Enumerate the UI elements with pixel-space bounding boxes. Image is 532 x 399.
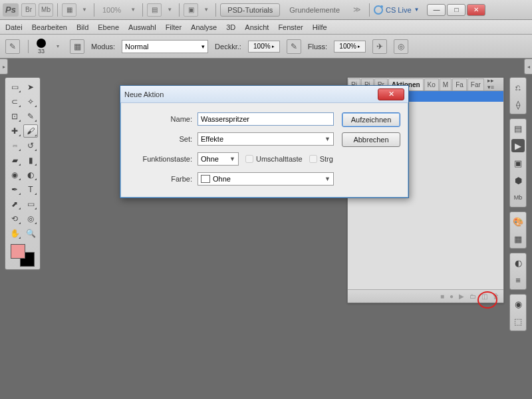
menu-datei[interactable]: Datei	[5, 23, 23, 31]
app-logo: Ps	[3, 3, 19, 17]
layers-icon[interactable]: ◐	[511, 256, 525, 269]
fnkey-select[interactable]: Ohne▼	[198, 152, 239, 166]
stamp-tool[interactable]: ⎓	[7, 139, 22, 152]
menu-ebene[interactable]: Ebene	[98, 23, 119, 31]
new-set-icon[interactable]: 🗀	[469, 293, 476, 300]
record-icon[interactable]: ●	[450, 293, 454, 300]
dropdown-icon[interactable]: ▼	[164, 4, 175, 16]
menu-3d[interactable]: 3D	[226, 23, 235, 31]
shift-checkbox[interactable]: Umschalttaste	[245, 155, 303, 163]
panel-tab[interactable]: Ko	[424, 78, 439, 90]
panel-more-icon[interactable]: ▸▸ ▾≡	[485, 78, 503, 90]
3d-panel-icon[interactable]: ⬚	[511, 315, 525, 328]
menu-hilfe[interactable]: Hilfe	[313, 23, 327, 31]
crop-tool[interactable]: ⊡	[7, 110, 22, 123]
set-select[interactable]: Effekte▼	[198, 132, 334, 146]
menu-ansicht[interactable]: Ansicht	[245, 23, 269, 31]
swatches-icon[interactable]: ▦	[511, 232, 525, 245]
stop-icon[interactable]: ■	[440, 293, 444, 300]
menu-fenster[interactable]: Fenster	[278, 23, 303, 31]
move-tool[interactable]: ▭	[7, 80, 22, 94]
adjustments-icon[interactable]: ⟠	[511, 98, 525, 111]
panel-tab[interactable]: Far	[467, 78, 484, 90]
cancel-button[interactable]: Abbrechen	[342, 132, 400, 147]
blend-mode-select[interactable]: Normal▾	[122, 40, 208, 53]
brush-tool[interactable]: 🖌	[23, 124, 38, 138]
extras-icon[interactable]: ▣	[184, 3, 198, 17]
shape-tool[interactable]: ▭	[23, 198, 38, 211]
marquee-tool[interactable]: ➤	[23, 80, 38, 94]
workspace-tab-active[interactable]: PSD-Tutorials	[220, 3, 280, 17]
collapse-left-icon[interactable]: ▸	[0, 59, 8, 74]
record-button[interactable]: Aufzeichnen	[342, 112, 400, 127]
wand-tool[interactable]: ✧	[23, 95, 38, 108]
pressure-size-icon[interactable]: ◎	[394, 39, 408, 54]
airbrush-icon[interactable]: ✈	[372, 39, 387, 54]
channels-icon[interactable]: ≡	[511, 273, 525, 287]
collapse-right-icon[interactable]: ◂	[524, 59, 532, 74]
menu-bild[interactable]: Bild	[76, 23, 88, 31]
menu-auswahl[interactable]: Auswahl	[128, 23, 156, 31]
dropdown-icon[interactable]: ▾	[53, 41, 63, 53]
path-select-tool[interactable]: ⬈	[7, 198, 22, 211]
history-brush-tool[interactable]: ↺	[23, 139, 38, 152]
dodge-tool[interactable]: ◐	[23, 168, 38, 182]
pen-tool[interactable]: ✒	[7, 183, 22, 196]
blur-tool[interactable]: ◉	[7, 168, 22, 182]
play-icon[interactable]: ▶	[459, 293, 464, 300]
styles-icon[interactable]: ⬢	[511, 174, 525, 187]
brush-tool-icon[interactable]: ✎	[5, 39, 20, 54]
3d-tool[interactable]: ⟲	[7, 212, 22, 225]
menu-analyse[interactable]: Analyse	[191, 23, 217, 31]
ctrl-checkbox[interactable]: Strg	[309, 155, 333, 163]
trash-icon[interactable]: 🗑	[493, 293, 499, 300]
paths-icon[interactable]: ◉	[511, 297, 525, 311]
healing-tool[interactable]: ✚	[7, 124, 22, 138]
zoom-level[interactable]: 100%	[98, 6, 125, 14]
arrange-icon[interactable]: ▤	[147, 3, 162, 17]
color-icon[interactable]: 🎨	[511, 215, 525, 228]
bridge-icon[interactable]: Br	[21, 3, 36, 17]
type-tool[interactable]: T	[23, 183, 38, 196]
mb-icon[interactable]: Mb	[511, 191, 525, 204]
lasso-tool[interactable]: ⊂	[7, 95, 22, 108]
color-swatches[interactable]	[8, 244, 37, 267]
properties-icon[interactable]: ▣	[511, 156, 525, 170]
minimize-button[interactable]: ―	[427, 4, 446, 16]
menu-filter[interactable]: Filter	[166, 23, 182, 31]
new-action-icon[interactable]: ◫	[481, 293, 487, 300]
brush-panel-icon[interactable]: ▦	[70, 39, 84, 54]
menu-bearbeiten[interactable]: Bearbeiten	[32, 23, 67, 31]
dialog-close-button[interactable]: ✕	[378, 88, 404, 100]
name-input[interactable]	[198, 112, 334, 126]
brushes-icon[interactable]: ▤	[511, 122, 525, 135]
dropdown-icon[interactable]: ▼	[128, 4, 138, 16]
gradient-tool[interactable]: ▮	[23, 154, 38, 167]
more-workspaces-icon[interactable]: ≫	[349, 5, 365, 14]
color-select[interactable]: Ohne ▼	[198, 172, 334, 186]
hand-tool[interactable]: ✋	[7, 227, 22, 240]
3d-camera-tool[interactable]: ◎	[23, 212, 38, 225]
opacity-field[interactable]: 100%▸	[248, 41, 280, 53]
cslive-button[interactable]: CS Live ▼	[374, 5, 419, 15]
eyedropper-tool[interactable]: ✎	[23, 110, 38, 123]
eraser-tool[interactable]: ▰	[7, 154, 22, 167]
flow-field[interactable]: 100%▸	[334, 41, 366, 53]
zoom-tool[interactable]: 🔍	[23, 227, 38, 240]
actions-icon[interactable]: ▶	[511, 139, 525, 152]
minibridge-icon[interactable]: Mb	[39, 3, 53, 17]
dropdown-icon[interactable]: ▼	[201, 4, 211, 16]
set-label: Set:	[128, 135, 192, 143]
foreground-color[interactable]	[11, 244, 25, 259]
maximize-button[interactable]: □	[447, 4, 466, 16]
screen-mode-icon[interactable]: ▦	[62, 3, 76, 17]
brush-preset[interactable]: 33	[37, 39, 46, 55]
panel-tab[interactable]: M	[440, 78, 452, 90]
panel-tab[interactable]: Fa	[452, 78, 467, 90]
dropdown-icon[interactable]: ▼	[79, 4, 90, 16]
flow-label: Fluss:	[308, 43, 327, 51]
workspace-tab[interactable]: Grundelemente	[283, 4, 346, 16]
close-button[interactable]: ✕	[467, 4, 485, 16]
pressure-opacity-icon[interactable]: ✎	[287, 39, 301, 54]
history-icon[interactable]: ⎌	[511, 80, 525, 94]
